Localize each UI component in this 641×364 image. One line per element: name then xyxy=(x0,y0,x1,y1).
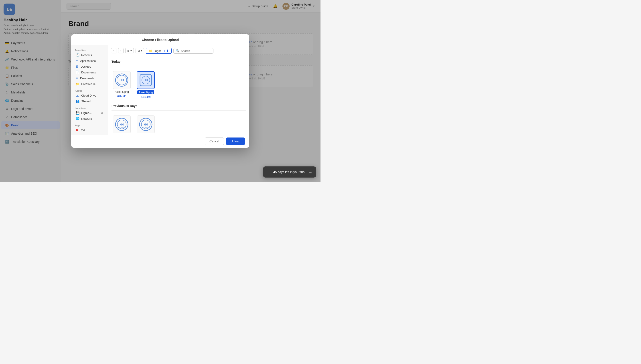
today-divider xyxy=(112,66,246,66)
svg-text:HH: HH xyxy=(120,123,124,126)
modal-title: Choose Files to Upload xyxy=(71,34,249,46)
forward-button[interactable]: › xyxy=(118,48,124,54)
favorites-section: Favorites 🕐 Recents ✦ Applications 🖥 Des… xyxy=(71,48,108,87)
upload-button[interactable]: Upload xyxy=(226,138,245,145)
figma-icon: 💾 xyxy=(76,111,80,114)
file-thumb-wrap-asset6: HH xyxy=(137,71,155,89)
file-item-asset3[interactable]: HH HEALTHY HAIR Asset 3.png 521×594 xyxy=(112,114,132,134)
red-dot xyxy=(76,129,78,131)
file-item-asset4[interactable]: HH HEALTHY HAIR Asset 4.png 521×594 xyxy=(136,114,156,134)
sidebar-item-icloud-drive[interactable]: ☁ iCloud Drive xyxy=(72,92,107,98)
sidebar-item-downloads[interactable]: ⬇ Downloads xyxy=(72,75,107,81)
icloud-drive-icon: ☁ xyxy=(76,94,79,97)
icloud-section: iCloud ☁ iCloud Drive 👥 Shared xyxy=(71,88,108,104)
today-section-title: Today xyxy=(112,60,246,64)
file-thumb-wrap-asset4: HH HEALTHY HAIR xyxy=(137,116,155,133)
sidebar-item-tag-red[interactable]: Red xyxy=(72,127,107,133)
locations-section: Locations 💾 Figma... ⏏ 🌐 Network xyxy=(71,106,108,122)
previous-files-grid: HH HEALTHY HAIR Asset 3.png 521×594 xyxy=(112,114,246,134)
file-content: Today HH xyxy=(108,56,249,134)
sidebar-item-shared[interactable]: 👥 Shared xyxy=(72,98,107,104)
file-main: ‹ › ⊞ ▾ ⊟ ▾ 📁 Logos ⬆⬇ 🔍 xyxy=(108,46,249,134)
folder-name: Logos xyxy=(154,49,161,52)
file-name-asset6-selected: Asset 6.png xyxy=(137,90,154,94)
eject-icon[interactable]: ⏏ xyxy=(101,111,103,114)
previous-section-title: Previous 30 Days xyxy=(112,104,246,108)
tags-heading: Tags xyxy=(71,123,108,127)
svg-text:HH: HH xyxy=(144,123,148,126)
file-search[interactable]: 🔍 xyxy=(174,48,214,54)
sidebar-item-tag-orange[interactable]: Orange xyxy=(72,133,107,134)
sidebar-item-documents[interactable]: 📄 Documents xyxy=(72,70,107,75)
file-dims-asset6: 449×449 xyxy=(141,96,150,98)
locations-heading: Locations xyxy=(71,106,108,110)
folder-icon: 📁 xyxy=(148,49,152,52)
folder-chevron-icon: ⬆⬇ xyxy=(164,49,169,52)
grid-view-button[interactable]: ⊞ ▾ xyxy=(125,48,134,54)
svg-text:HH: HH xyxy=(144,78,148,82)
sidebar-item-applications[interactable]: ✦ Applications xyxy=(72,58,107,64)
list-view-button[interactable]: ⊟ ▾ xyxy=(136,48,144,54)
svg-text:HEALTHY HAIR: HEALTHY HAIR xyxy=(142,127,150,128)
icloud-heading: iCloud xyxy=(71,88,108,92)
cancel-button[interactable]: Cancel xyxy=(205,138,224,145)
trial-bar[interactable]: 45 days left in your trial ☁ xyxy=(263,166,316,178)
file-thumb-asset3: HH HEALTHY HAIR xyxy=(114,116,130,132)
file-thumb-wrap-asset3: HH HEALTHY HAIR xyxy=(113,116,131,133)
svg-text:HEALTHY HAIR: HEALTHY HAIR xyxy=(118,127,126,128)
sidebar-item-creative-cloud[interactable]: 📁 Creative C... xyxy=(72,81,107,87)
grid-small-icon: ⊞ xyxy=(127,49,130,52)
view-chevron-icon: ▾ xyxy=(130,49,132,52)
file-thumb-asset4: HH HEALTHY HAIR xyxy=(138,116,154,132)
downloads-icon: ⬇ xyxy=(76,76,78,80)
folder-selector[interactable]: 📁 Logos ⬆⬇ xyxy=(146,48,172,54)
search-icon: 🔍 xyxy=(176,49,180,52)
file-thumb-asset5: HH xyxy=(114,72,130,88)
tags-section: Tags Red Orange Yellow Green xyxy=(71,123,108,134)
documents-icon: 📄 xyxy=(76,70,80,74)
applications-icon: ✦ xyxy=(76,59,78,62)
file-thumb-asset6: HH xyxy=(138,72,154,88)
file-item-asset6[interactable]: HH Asset 6.png 449×449 xyxy=(136,70,156,100)
file-search-input[interactable] xyxy=(181,49,211,52)
file-toolbar: ‹ › ⊞ ▾ ⊟ ▾ 📁 Logos ⬆⬇ 🔍 xyxy=(108,46,249,56)
back-button[interactable]: ‹ xyxy=(111,48,116,54)
file-dims-asset5: 484×511 xyxy=(117,95,126,98)
trial-cloud-icon: ☁ xyxy=(308,170,312,174)
trial-text: 45 days left in your trial xyxy=(273,170,305,174)
modal-footer: Cancel Upload xyxy=(71,134,249,148)
creative-cloud-icon: 📁 xyxy=(76,82,80,86)
trial-dots-icon xyxy=(267,171,271,173)
modal-body: Favorites 🕐 Recents ✦ Applications 🖥 Des… xyxy=(71,46,249,134)
file-item-asset5[interactable]: HH Asset 5.png 484×511 xyxy=(112,70,132,100)
previous-divider xyxy=(112,110,246,110)
desktop-icon: 🖥 xyxy=(76,65,79,68)
recents-icon: 🕐 xyxy=(76,53,80,57)
sidebar-item-recents[interactable]: 🕐 Recents xyxy=(72,52,107,58)
network-icon: 🌐 xyxy=(76,117,80,120)
favorites-heading: Favorites xyxy=(71,48,108,52)
file-sidebar: Favorites 🕐 Recents ✦ Applications 🖥 Des… xyxy=(71,46,108,134)
shared-icon: 👥 xyxy=(76,100,80,103)
list-chevron-icon: ▾ xyxy=(141,49,142,52)
file-thumb-wrap-asset5: HH xyxy=(113,71,131,89)
file-picker-modal: Choose Files to Upload Favorites 🕐 Recen… xyxy=(71,34,249,148)
sidebar-item-figma[interactable]: 💾 Figma... ⏏ xyxy=(72,110,107,116)
sidebar-item-desktop[interactable]: 🖥 Desktop xyxy=(72,64,107,70)
today-files-grid: HH Asset 5.png 484×511 xyxy=(112,70,246,100)
svg-text:HH: HH xyxy=(120,78,124,82)
file-name-asset5: Asset 5.png xyxy=(114,90,129,94)
list-icon: ⊟ xyxy=(138,49,140,52)
sidebar-item-network[interactable]: 🌐 Network xyxy=(72,116,107,122)
